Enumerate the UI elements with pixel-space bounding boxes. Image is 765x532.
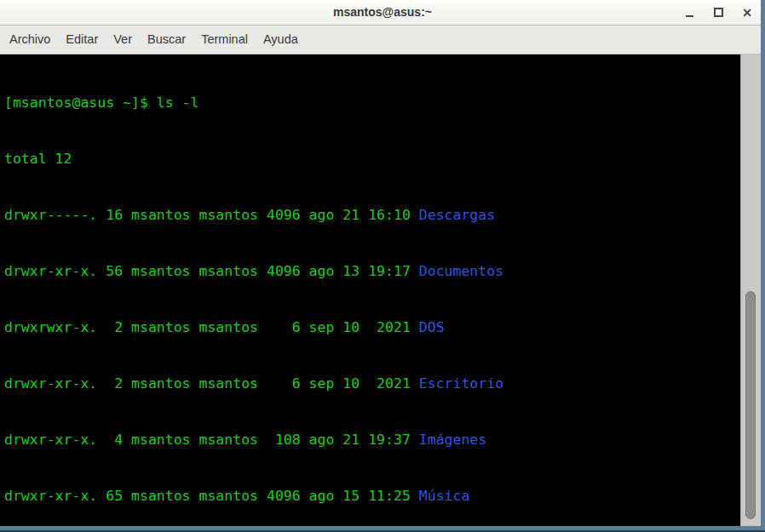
- terminal-line: drwxr-xr-x. 65 msantos msantos 4096 ago …: [4, 487, 739, 506]
- directory-name: Música: [419, 488, 470, 504]
- menu-item-ver[interactable]: Ver: [106, 26, 140, 54]
- menu-item-archivo[interactable]: Archivo: [2, 26, 58, 54]
- scrollbar-thumb[interactable]: [745, 291, 756, 519]
- terminal-line: drwxr-----. 16 msantos msantos 4096 ago …: [4, 206, 739, 225]
- window-border-right: [761, 0, 765, 532]
- title-bar[interactable]: msantos@asus:~ ✕: [0, 0, 765, 26]
- maximize-button[interactable]: [709, 3, 728, 22]
- scrollbar-track[interactable]: [740, 54, 761, 526]
- menu-bar: Archivo Editar Ver Buscar Terminal Ayuda: [0, 26, 765, 54]
- menu-item-editar[interactable]: Editar: [58, 26, 106, 54]
- terminal-pane: [msantos@asus ~]$ ls -l total 12 drwxr--…: [0, 54, 761, 526]
- terminal-line: drwxr-xr-x. 56 msantos msantos 4096 ago …: [4, 262, 739, 281]
- window-controls: ✕: [680, 0, 756, 25]
- terminal-line: drwxr-xr-x. 2 msantos msantos 6 sep 10 2…: [4, 375, 739, 393]
- terminal-line: total 12: [4, 150, 739, 169]
- menu-item-buscar[interactable]: Buscar: [140, 26, 193, 54]
- menu-item-ayuda[interactable]: Ayuda: [256, 26, 306, 54]
- window-border-bottom: [0, 526, 765, 532]
- directory-name: Imágenes: [419, 432, 486, 448]
- directory-name: DOS: [419, 319, 445, 335]
- terminal-window: msantos@asus:~ ✕ Archivo Editar Ver Busc…: [0, 0, 765, 532]
- directory-name: Escritorio: [419, 375, 503, 392]
- terminal-line: drwxr-xr-x. 4 msantos msantos 108 ago 21…: [4, 431, 739, 449]
- window-title: msantos@asus:~: [0, 0, 765, 24]
- directory-name: Documentos: [419, 263, 503, 279]
- close-icon: ✕: [742, 7, 752, 19]
- maximize-icon: [714, 8, 723, 17]
- minimize-icon: [686, 15, 693, 17]
- menu-item-terminal[interactable]: Terminal: [193, 26, 256, 54]
- minimize-button[interactable]: [680, 3, 699, 22]
- terminal-line: drwxrwxr-x. 2 msantos msantos 6 sep 10 2…: [4, 318, 739, 337]
- terminal-line: [msantos@asus ~]$ ls -l: [4, 94, 739, 112]
- close-button[interactable]: ✕: [738, 3, 756, 22]
- terminal-screen[interactable]: [msantos@asus ~]$ ls -l total 12 drwxr--…: [4, 56, 739, 526]
- directory-name: Descargas: [419, 207, 495, 223]
